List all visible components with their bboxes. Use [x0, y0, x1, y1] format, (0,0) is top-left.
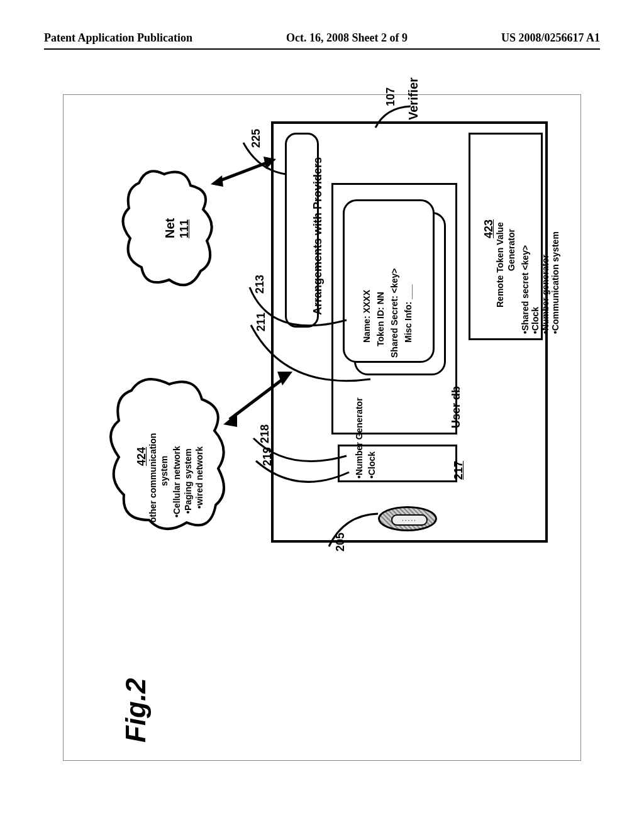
comm-title1: other communication: [148, 433, 158, 523]
remote-token-title1: Remote Token Value: [495, 222, 505, 307]
svg-line-3: [230, 377, 286, 419]
ref-205: 205: [334, 533, 347, 551]
figure-frame: Fig.2 Verifier 107 Arrangements with Pro…: [63, 94, 581, 761]
comm-title2: system: [159, 456, 169, 486]
svg-marker-1: [211, 175, 223, 187]
comm-item-1: •Paging system: [183, 448, 193, 514]
arrow-net-verifier: [209, 154, 279, 192]
comm-item-0: •Cellular network: [172, 446, 182, 517]
ref-213: 213: [253, 275, 267, 294]
net-ref: 111: [178, 219, 191, 238]
card-secret: Shared Secret: <key>: [389, 268, 399, 358]
svg-line-0: [217, 162, 270, 182]
card-token: Token ID: NN: [375, 292, 386, 346]
svg-marker-4: [223, 413, 237, 427]
hdr-right: US 2008/0256617 A1: [501, 31, 600, 45]
clock-text: •Clock: [367, 451, 377, 479]
ref-225: 225: [250, 129, 263, 148]
user-db-label: User db: [450, 386, 463, 428]
ref-211: 211: [255, 313, 268, 331]
ref-107: 107: [384, 87, 397, 106]
leader-107: [373, 102, 417, 133]
card-misc: Misc Info: ___: [403, 284, 413, 343]
numgen-text: •Number Generator: [354, 397, 364, 479]
comm-cloud: [108, 372, 227, 538]
ref-423: 423: [482, 219, 496, 238]
net-label: Net: [163, 218, 177, 238]
rt-item-3: •Communication system: [550, 231, 560, 334]
ref-219: 219: [261, 447, 274, 466]
ref-217: 217: [452, 461, 465, 480]
hdr-left: Patent Application Publication: [44, 31, 192, 45]
arrow-comm-verifier: [221, 365, 296, 434]
rt-item-1: •Clock: [530, 307, 540, 334]
rt-item-0: •Shared secret <key>: [520, 245, 530, 334]
comm-ref: 424: [135, 447, 148, 466]
svg-marker-2: [264, 157, 276, 169]
token-button-icon: ·····: [378, 506, 437, 531]
rt-item-2: •Number generator: [540, 255, 550, 334]
hdr-center: Oct. 16, 2008 Sheet 2 of 9: [286, 31, 408, 45]
remote-token-title2: Generator: [506, 229, 516, 271]
figure-label: Fig.2: [120, 678, 152, 743]
comm-item-2: •wired network: [194, 446, 204, 509]
